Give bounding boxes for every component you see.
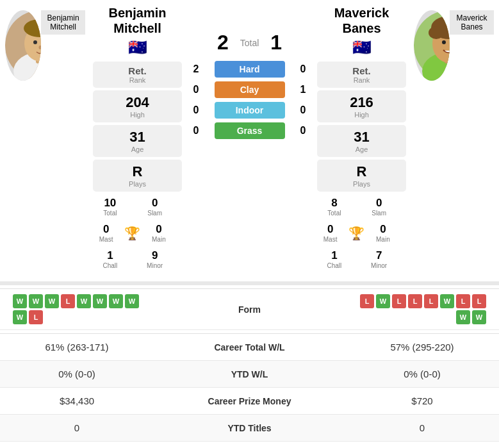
player1-info: Benjamin Mitchell 🇦🇺 Ret. Rank 204 High …: [88, 5, 187, 193]
player2-avatar: [414, 10, 450, 81]
player1-plays-val: R: [99, 163, 176, 180]
form-badge: W: [45, 294, 59, 308]
grass-score-left: 0: [190, 125, 202, 137]
player2-plays-val: R: [323, 163, 400, 180]
career-wl-row: 61% (263-171) Career Total W/L 57% (295-…: [0, 334, 499, 361]
player2-total-lbl: Total: [313, 210, 356, 217]
player1-total-val: 10: [89, 197, 131, 210]
form-badge: L: [29, 310, 43, 324]
form-badge: L: [392, 294, 406, 308]
career-wl-label: Career Total W/L: [141, 342, 358, 353]
player2-name: Maverick Banes: [334, 5, 389, 36]
player1-chall-cell: 1 Chall: [88, 247, 133, 272]
svg-point-15: [442, 40, 446, 44]
prize-money-right: $720: [358, 395, 486, 406]
player1-slam-cell: 0 Slam: [133, 194, 177, 219]
form-badge: L: [472, 294, 486, 308]
player2-slam-lbl: Slam: [358, 210, 400, 217]
ytd-titles-label: YTD Titles: [141, 423, 358, 433]
ytd-titles-row: 0 YTD Titles 0: [0, 415, 499, 442]
player2-minor-val: 7: [358, 249, 400, 262]
form-badge: W: [29, 294, 43, 308]
form-section: W W W L W W W W W L Form L W L L L W L L…: [0, 288, 499, 330]
score-right: 1: [270, 31, 282, 54]
form-badge: W: [472, 310, 486, 324]
hard-badge: Hard: [215, 61, 285, 78]
player2-high-lbl: High: [323, 111, 400, 119]
form-badge: W: [440, 294, 454, 308]
ytd-wl-label: YTD W/L: [141, 369, 358, 379]
indoor-score-right: 0: [297, 104, 309, 116]
player1-total-lbl: Total: [89, 210, 131, 217]
player2-name-label: Maverick Banes: [457, 13, 487, 31]
form-badge: W: [13, 294, 27, 308]
form-label: Form: [141, 304, 358, 315]
player1-high-box: 204 High: [93, 90, 183, 122]
indoor-score-left: 0: [190, 104, 202, 116]
clay-badge: Clay: [215, 81, 285, 98]
form-badge: L: [408, 294, 422, 308]
player1-rank-val: Ret.: [99, 65, 176, 76]
player2-high-box: 216 High: [317, 90, 407, 122]
player1-form-badges: W W W L W W W W W L: [13, 294, 141, 324]
player2-total-slam: 8 Total 0 Slam: [312, 194, 402, 219]
player1-minor-cell: 9 Minor: [133, 247, 177, 272]
player1-age-box: 31 Age: [93, 125, 183, 157]
clay-score-left: 0: [190, 84, 202, 95]
grass-badge: Grass: [215, 122, 285, 139]
form-badge: L: [61, 294, 75, 308]
total-score-row: 2 Total 1: [217, 31, 282, 54]
substats-row: 10 Total 0 Slam 0 Mast 🏆 0 Main: [0, 193, 499, 278]
player1-plays-box: R Plays: [93, 160, 183, 192]
player1-main-cell: 0 Main: [140, 220, 177, 245]
player2-info: Maverick Banes 🇦🇺 Ret. Rank 216 High 31 …: [312, 5, 411, 193]
player2-minor-lbl: Minor: [358, 262, 400, 269]
player1-substats: 10 Total 0 Slam 0 Mast 🏆 0 Main: [88, 193, 187, 273]
player2-flag: 🇦🇺: [352, 38, 372, 56]
indoor-badge: Indoor: [215, 102, 285, 119]
player2-main-cell: 0 Main: [364, 220, 401, 245]
player1-mast-main: 0 Mast 🏆 0 Main: [88, 220, 177, 245]
prize-money-row: $34,430 Career Prize Money $720: [0, 388, 499, 415]
player1-main-val: 0: [142, 223, 176, 236]
clay-score-right: 1: [297, 84, 309, 95]
player2-trophy-icon: 🏆: [348, 226, 364, 241]
player2-mast-cell: 0 Mast: [312, 220, 348, 245]
grass-score-right: 0: [297, 125, 309, 137]
total-label: Total: [240, 38, 259, 48]
career-wl-left: 61% (263-171): [13, 342, 141, 353]
player2-form-badges: L W L L L W L L W W: [358, 294, 486, 324]
player1-name-undercard: Benjamin Mitchell: [41, 10, 85, 35]
player2-total-cell: 8 Total: [312, 194, 357, 219]
player2-age-val: 31: [323, 129, 400, 145]
surface-row-grass: 0 Grass 0: [190, 122, 309, 139]
surface-row-indoor: 0 Indoor 0: [190, 102, 309, 119]
player1-total-slam: 10 Total 0 Slam: [88, 194, 177, 219]
form-badge: L: [456, 294, 470, 308]
player2-mast-val: 0: [313, 223, 347, 236]
player1-flag: 🇦🇺: [128, 38, 147, 56]
score-left: 2: [217, 31, 229, 54]
form-badge: W: [93, 294, 107, 308]
ytd-wl-row: 0% (0-0) YTD W/L 0% (0-0): [0, 361, 499, 388]
player1-name: Benjamin Mitchell: [108, 5, 166, 36]
player2-name-undercard: Maverick Banes: [450, 10, 494, 35]
ytd-wl-left: 0% (0-0): [13, 369, 141, 379]
player2-substats: 8 Total 0 Slam 0 Mast 🏆 0 Main: [312, 193, 411, 273]
player1-high-val: 204: [99, 94, 176, 111]
player1-photo-col: Benjamin Mitchell: [5, 5, 85, 193]
player2-slam-val: 0: [358, 197, 400, 210]
career-wl-right: 57% (295-220): [358, 342, 486, 353]
main-container: Benjamin Mitchell Benjamin Mitchell 🇦🇺 R…: [0, 0, 499, 442]
section-divider: [0, 281, 499, 285]
ytd-titles-left: 0: [13, 422, 141, 433]
player2-age-lbl: Age: [323, 145, 400, 153]
player1-age-val: 31: [99, 129, 176, 145]
player2-slam-cell: 0 Slam: [357, 194, 402, 219]
svg-point-13: [429, 26, 444, 39]
player1-mast-lbl: Mast: [89, 236, 123, 243]
player2-mast-lbl: Mast: [313, 236, 347, 243]
player1-avatar: [5, 10, 41, 81]
player1-slam-val: 0: [134, 197, 176, 210]
player1-age-lbl: Age: [99, 145, 176, 153]
